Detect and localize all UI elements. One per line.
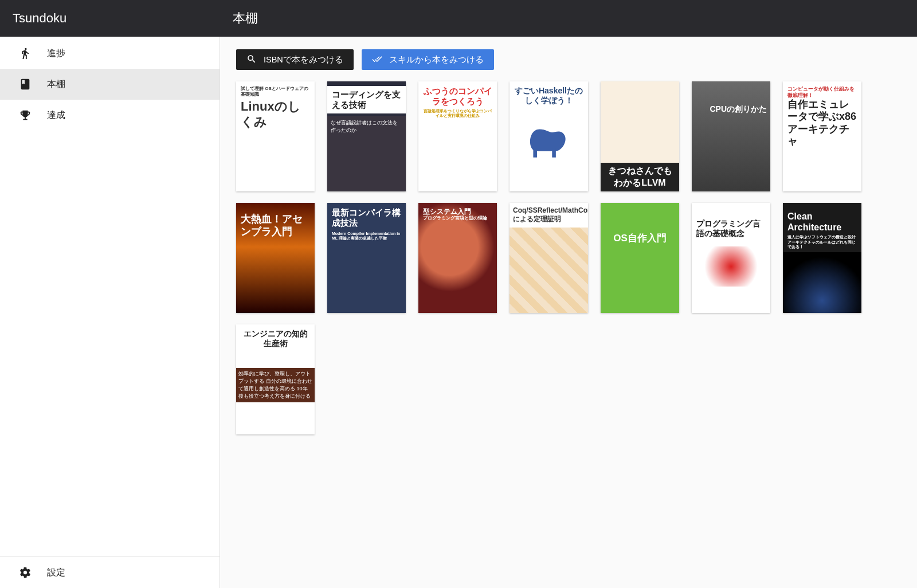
book-item[interactable]: 大熱血！アセンブラ入門 [236, 203, 315, 313]
book-item[interactable]: ふつうのコンパイラをつくろう言語処理系をつくりながら学ぶコンパイルと実行環境の仕… [418, 81, 497, 191]
book-title: OS自作入門 [601, 232, 679, 245]
book-title: すごいHaskellたのしく学ぼう！ [514, 86, 583, 105]
book-title: CPUの創りかた [692, 104, 770, 115]
svg-rect-0 [533, 148, 537, 157]
book-item[interactable]: コーディングを支える技術 なぜ言語設計者はこの文法を作ったのか [327, 81, 406, 191]
trophy-icon [18, 108, 32, 122]
bookshelf-grid: 試して理解 OSとハードウェアの基礎知識Linuxのしくみ コーディングを支える… [236, 81, 901, 434]
book-item[interactable]: プログラミング言語の基礎概念 [692, 203, 770, 313]
check-all-icon [372, 54, 382, 66]
book-title: エンジニアの知的生産術 [241, 329, 310, 348]
book-item[interactable]: 試して理解 OSとハードウェアの基礎知識Linuxのしくみ [236, 81, 315, 191]
sidebar-item-label: 達成 [47, 109, 65, 121]
page-title: 本棚 [220, 0, 917, 37]
book-title: 大熱血！アセンブラ入門 [241, 213, 310, 238]
book-item[interactable]: 型システム入門プログラミング言語と型の理論 [418, 203, 497, 313]
book-item[interactable]: CPUの創りかた [692, 81, 770, 191]
sidebar-item-settings[interactable]: 設定 [0, 557, 220, 588]
sidebar-item-progress[interactable]: 進捗 [0, 38, 220, 69]
book-title: コーディングを支える技術 [327, 86, 406, 113]
book-title: 型システム入門 [423, 207, 492, 215]
book-icon [18, 77, 32, 91]
book-item[interactable]: Clean Architecture達人に学ぶソフトウェアの構造と設計 アーキテ… [783, 203, 861, 313]
book-item[interactable]: コンピュータが動く仕組みを徹底理解！自作エミュレータで学ぶx86アーキテクチャ [783, 81, 861, 191]
book-title: Coq/SSReflect/MathCompによる定理証明 [510, 203, 588, 228]
find-by-isbn-button[interactable]: ISBNで本をみつける [236, 49, 354, 70]
book-item[interactable]: 最新コンパイラ構成技法Modern Compiler Implementatio… [327, 203, 406, 313]
search-icon [246, 54, 257, 66]
main-content: ISBNで本をみつける スキルから本をみつける 試して理解 OSとハードウェアの… [220, 37, 917, 588]
nav-list: 進捗 本棚 達成 [0, 37, 220, 556]
sidebar-item-shelf[interactable]: 本棚 [0, 69, 220, 100]
book-item[interactable]: きつねさんでもわかるLLVM [601, 81, 679, 191]
book-title: プログラミング言語の基礎概念 [696, 219, 766, 238]
svg-rect-1 [552, 148, 556, 157]
sidebar-item-label: 設定 [47, 567, 65, 579]
book-item[interactable]: OS自作入門 [601, 203, 679, 313]
book-title: Linuxのしくみ [241, 99, 310, 130]
book-item[interactable]: すごいHaskellたのしく学ぼう！ [510, 81, 588, 191]
book-title: 最新コンパイラ構成技法 [332, 207, 401, 228]
book-title: きつねさんでもわかるLLVM [601, 163, 679, 191]
button-label: ISBNで本をみつける [264, 54, 343, 65]
book-item[interactable]: エンジニアの知的生産術 効率的に学び、整理し、アウトプットする 自分の環境に合わ… [236, 324, 315, 434]
app-name: Tsundoku [0, 0, 220, 37]
book-item[interactable]: Coq/SSReflect/MathCompによる定理証明 [510, 203, 588, 313]
sidebar-item-label: 本棚 [47, 79, 65, 91]
button-label: スキルから本をみつける [389, 54, 484, 65]
walk-icon [18, 46, 32, 60]
sidebar-item-label: 進捗 [47, 48, 65, 60]
gear-icon [18, 566, 32, 579]
toolbar: ISBNで本をみつける スキルから本をみつける [236, 49, 901, 70]
header: Tsundoku 本棚 [0, 0, 917, 37]
sidebar: 進捗 本棚 達成 [0, 37, 220, 588]
sidebar-item-achievement[interactable]: 達成 [0, 100, 220, 131]
book-title: Clean Architecture [787, 211, 857, 233]
find-by-skill-button[interactable]: スキルから本をみつける [362, 49, 494, 70]
book-title: 自作エミュレータで学ぶx86アーキテクチャ [787, 99, 857, 148]
book-title: ふつうのコンパイラをつくろう [423, 86, 492, 107]
